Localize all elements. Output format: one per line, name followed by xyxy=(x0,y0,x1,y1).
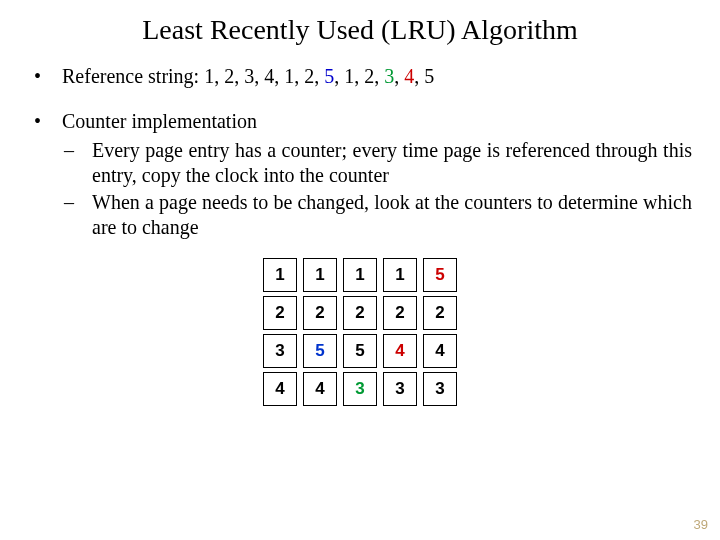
counter-impl-block: • Counter implementation – Every page en… xyxy=(28,109,692,240)
table-cell: 2 xyxy=(343,296,377,330)
reference-token: , 5 xyxy=(414,65,434,87)
table-cell: 5 xyxy=(343,334,377,368)
table-cell: 2 xyxy=(423,296,457,330)
counter-impl-item-text: Every page entry has a counter; every ti… xyxy=(92,138,692,188)
page-number: 39 xyxy=(694,517,708,532)
reference-token: 1, 2, 3, 4, 1, 2, xyxy=(204,65,324,87)
table-cell: 3 xyxy=(423,372,457,406)
table-row: 35544 xyxy=(263,334,457,368)
reference-string-value: 1, 2, 3, 4, 1, 2, 5, 1, 2, 3, 4, 5 xyxy=(204,65,434,87)
counter-impl-item: – Every page entry has a counter; every … xyxy=(64,138,692,188)
counter-impl-item-text: When a page needs to be changed, look at… xyxy=(92,190,692,240)
reference-token: 3 xyxy=(384,65,394,87)
table-row: 22222 xyxy=(263,296,457,330)
table-row: 44333 xyxy=(263,372,457,406)
frame-table-wrap: 11115222223554444333 xyxy=(28,254,692,410)
reference-token: , 1, 2, xyxy=(334,65,384,87)
table-row: 11115 xyxy=(263,258,457,292)
bullet-dot: • xyxy=(28,109,62,134)
table-cell: 1 xyxy=(383,258,417,292)
table-cell: 5 xyxy=(303,334,337,368)
reference-string-bullet: • Reference string: 1, 2, 3, 4, 1, 2, 5,… xyxy=(28,64,692,89)
table-cell: 1 xyxy=(343,258,377,292)
table-cell: 4 xyxy=(263,372,297,406)
counter-impl-heading-text: Counter implementation xyxy=(62,109,692,134)
bullet-dot: • xyxy=(28,64,62,89)
table-cell: 2 xyxy=(303,296,337,330)
table-cell: 5 xyxy=(423,258,457,292)
frame-table: 11115222223554444333 xyxy=(257,254,463,410)
slide-title: Least Recently Used (LRU) Algorithm xyxy=(28,14,692,46)
table-cell: 4 xyxy=(303,372,337,406)
reference-token: 5 xyxy=(324,65,334,87)
counter-impl-heading: • Counter implementation xyxy=(28,109,692,134)
reference-string-label: Reference string: xyxy=(62,65,204,87)
table-cell: 3 xyxy=(263,334,297,368)
reference-string-content: Reference string: 1, 2, 3, 4, 1, 2, 5, 1… xyxy=(62,64,692,89)
table-cell: 2 xyxy=(383,296,417,330)
dash-icon: – xyxy=(64,190,92,240)
table-cell: 2 xyxy=(263,296,297,330)
table-cell: 4 xyxy=(383,334,417,368)
reference-token: 4 xyxy=(404,65,414,87)
table-cell: 4 xyxy=(423,334,457,368)
table-cell: 3 xyxy=(383,372,417,406)
table-cell: 1 xyxy=(303,258,337,292)
reference-token: , xyxy=(394,65,404,87)
table-cell: 1 xyxy=(263,258,297,292)
slide: Least Recently Used (LRU) Algorithm • Re… xyxy=(0,0,720,540)
counter-impl-item: – When a page needs to be changed, look … xyxy=(64,190,692,240)
dash-icon: – xyxy=(64,138,92,188)
table-cell: 3 xyxy=(343,372,377,406)
